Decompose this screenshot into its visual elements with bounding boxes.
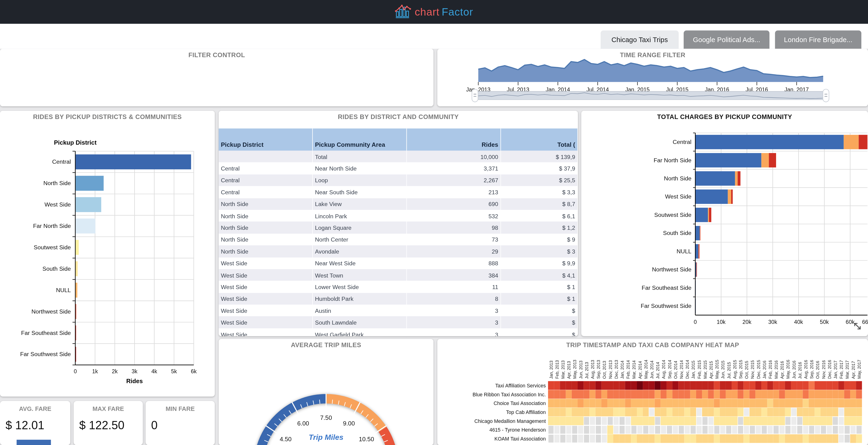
heatmap-cell[interactable] bbox=[815, 426, 820, 434]
heatmap-cell[interactable] bbox=[619, 399, 625, 408]
heatmap-cell[interactable] bbox=[678, 408, 684, 416]
heatmap-cell[interactable] bbox=[844, 399, 850, 408]
heatmap-cell[interactable] bbox=[850, 426, 856, 434]
timestamp-company-heatmap[interactable]: Jan, 2013Feb, 2013Mar, 2013Apr, 2013May,… bbox=[437, 339, 868, 445]
heatmap-cell[interactable] bbox=[767, 417, 773, 425]
heatmap-cell[interactable] bbox=[601, 390, 607, 399]
heatmap-cell[interactable] bbox=[815, 381, 820, 390]
heatmap-cell[interactable] bbox=[613, 399, 619, 408]
heatmap-cell[interactable] bbox=[743, 417, 749, 425]
heatmap-cell[interactable] bbox=[827, 426, 832, 434]
heatmap-cell[interactable] bbox=[749, 399, 755, 408]
heatmap-cell[interactable] bbox=[625, 417, 630, 425]
heatmap-cell[interactable] bbox=[797, 381, 803, 390]
heatmap-cell[interactable] bbox=[838, 399, 844, 408]
table-column-header[interactable]: Rides bbox=[407, 128, 501, 151]
heatmap-cell[interactable] bbox=[708, 399, 714, 408]
heatmap-cell[interactable] bbox=[619, 434, 625, 443]
heatmap-cell[interactable] bbox=[666, 408, 672, 416]
heatmap-cell[interactable] bbox=[732, 390, 738, 399]
heatmap-cell[interactable] bbox=[827, 417, 832, 425]
heatmap-cell[interactable] bbox=[625, 426, 630, 434]
heatmap-cell[interactable] bbox=[844, 408, 850, 416]
heatmap-cell[interactable] bbox=[631, 434, 637, 443]
bar[interactable] bbox=[75, 154, 191, 169]
heatmap-cell[interactable] bbox=[820, 434, 827, 443]
heatmap-cell[interactable] bbox=[827, 381, 832, 390]
heatmap-cell[interactable] bbox=[850, 381, 856, 390]
bar-segment[interactable] bbox=[728, 189, 731, 204]
heatmap-cell[interactable] bbox=[649, 417, 654, 425]
tab-london-fire-brigade[interactable]: London Fire Brigade... bbox=[775, 31, 861, 49]
heatmap-cell[interactable] bbox=[832, 408, 838, 416]
heatmap-cell[interactable] bbox=[839, 408, 844, 416]
heatmap-cell[interactable] bbox=[643, 390, 649, 399]
heatmap-cell[interactable] bbox=[779, 426, 784, 434]
table-column-header[interactable]: Pickup Community Area bbox=[313, 128, 407, 151]
heatmap-cell[interactable] bbox=[767, 408, 773, 416]
heatmap-cell[interactable] bbox=[607, 408, 613, 416]
heatmap-cell[interactable] bbox=[631, 399, 637, 408]
heatmap-cell[interactable] bbox=[844, 417, 850, 425]
heatmap-cell[interactable] bbox=[732, 434, 738, 443]
heatmap-cell[interactable] bbox=[631, 390, 637, 399]
heatmap-cell[interactable] bbox=[755, 434, 761, 443]
heatmap-cell[interactable] bbox=[601, 417, 607, 425]
heatmap-cell[interactable] bbox=[738, 390, 743, 399]
heatmap-cell[interactable] bbox=[625, 399, 631, 408]
bar-segment[interactable] bbox=[761, 153, 769, 168]
bar-segment[interactable] bbox=[731, 189, 733, 204]
table-row[interactable]: CentralNear North Side3,371$ 37,9 bbox=[219, 162, 578, 174]
heatmap-cell[interactable] bbox=[726, 426, 732, 434]
heatmap-cell[interactable] bbox=[578, 435, 583, 442]
heatmap-cell[interactable] bbox=[684, 381, 690, 390]
heatmap-cell[interactable] bbox=[779, 399, 785, 408]
heatmap-cell[interactable] bbox=[548, 381, 554, 390]
heatmap-cell[interactable] bbox=[589, 381, 595, 390]
table-row[interactable]: West SideAustin3$ bbox=[219, 304, 578, 316]
heatmap-cell[interactable] bbox=[720, 381, 726, 390]
bar-segment[interactable] bbox=[695, 171, 735, 185]
heatmap-cell[interactable] bbox=[672, 408, 678, 416]
table-row[interactable]: North SideLake View690$ 8,7 bbox=[219, 198, 578, 210]
bar-segment[interactable] bbox=[696, 262, 697, 276]
heatmap-cell[interactable] bbox=[554, 435, 560, 442]
heatmap-cell[interactable] bbox=[803, 390, 808, 399]
bar-segment[interactable] bbox=[769, 153, 776, 168]
heatmap-cell[interactable] bbox=[749, 390, 755, 399]
heatmap-cell[interactable] bbox=[589, 390, 595, 399]
heatmap-cell[interactable] bbox=[779, 408, 785, 416]
heatmap-cell[interactable] bbox=[779, 390, 785, 399]
heatmap-cell[interactable] bbox=[548, 399, 554, 408]
heatmap-cell[interactable] bbox=[661, 390, 666, 399]
heatmap-cell[interactable] bbox=[690, 426, 696, 434]
heatmap-cell[interactable] bbox=[803, 381, 808, 390]
bar-segment[interactable] bbox=[708, 208, 709, 222]
heatmap-cell[interactable] bbox=[643, 417, 649, 425]
heatmap-cell[interactable] bbox=[708, 408, 714, 416]
table-row[interactable]: CentralLoop2,267$ 25,5 bbox=[219, 174, 578, 186]
heatmap-cell[interactable] bbox=[613, 381, 619, 390]
heatmap-cell[interactable] bbox=[566, 390, 572, 399]
heatmap-cell[interactable] bbox=[839, 435, 844, 442]
bar-segment[interactable] bbox=[695, 226, 700, 240]
tab-chicago-taxi-trips[interactable]: Chicago Taxi Trips bbox=[601, 31, 679, 49]
heatmap-cell[interactable] bbox=[714, 408, 720, 416]
heatmap-cell[interactable] bbox=[749, 408, 755, 416]
heatmap-cell[interactable] bbox=[714, 399, 720, 408]
heatmap-cell[interactable] bbox=[761, 381, 767, 390]
heatmap-cell[interactable] bbox=[690, 381, 696, 390]
heatmap-cell[interactable] bbox=[809, 381, 815, 390]
heatmap-cell[interactable] bbox=[655, 399, 661, 408]
table-column-header[interactable]: Pickup District bbox=[219, 128, 313, 151]
heatmap-cell[interactable] bbox=[572, 426, 577, 434]
heatmap-cell[interactable] bbox=[856, 408, 862, 416]
heatmap-cell[interactable] bbox=[625, 390, 631, 399]
heatmap-cell[interactable] bbox=[792, 417, 797, 425]
heatmap-cell[interactable] bbox=[832, 381, 838, 390]
heatmap-cell[interactable] bbox=[820, 408, 827, 416]
heatmap-cell[interactable] bbox=[560, 435, 565, 442]
heatmap-cell[interactable] bbox=[773, 434, 779, 443]
heatmap-cell[interactable] bbox=[821, 426, 826, 434]
heatmap-cell[interactable] bbox=[803, 417, 808, 425]
